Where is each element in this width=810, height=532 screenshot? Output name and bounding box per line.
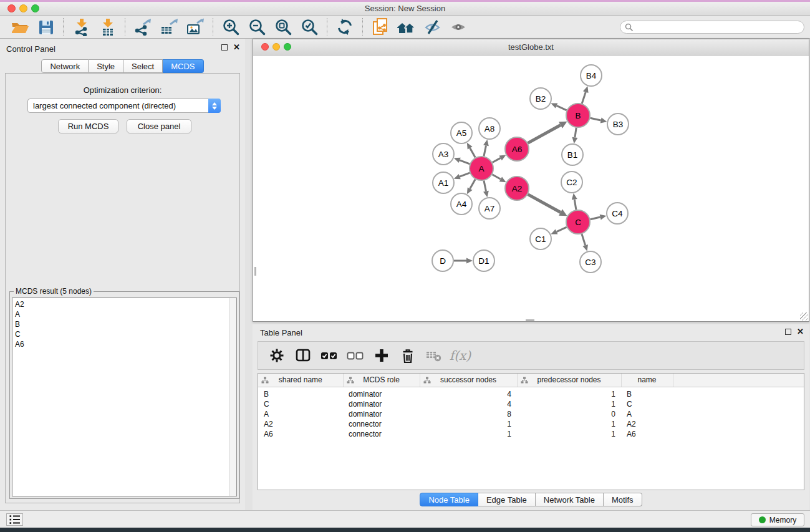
new-network-document-icon[interactable] (367, 17, 393, 37)
import-network-icon[interactable] (68, 17, 94, 37)
graph-edge-A-A3[interactable] (460, 160, 470, 164)
graph-edge-A-A1[interactable] (460, 173, 470, 177)
column-header-predecessor-nodes[interactable]: predecessor nodes (517, 374, 621, 387)
tab-mcds[interactable]: MCDS (163, 59, 203, 73)
graph-edge-C-C4[interactable] (591, 217, 600, 220)
graph-edge-A-A5[interactable] (470, 148, 476, 157)
column-header-successor-nodes[interactable]: successor nodes (420, 374, 517, 387)
graph-node-label: A (478, 164, 484, 173)
task-history-button[interactable] (6, 513, 23, 526)
export-network-icon[interactable] (130, 17, 156, 37)
main-toolbar (0, 16, 810, 39)
graph-edge-A2-C[interactable] (528, 195, 561, 213)
table-row[interactable]: A6connector11A6 (258, 429, 804, 439)
tab-network[interactable]: Network (41, 59, 89, 73)
table-panel: Table Panel ✕ f(x) shared nameMCDS (253, 324, 809, 510)
graph-node-label: A2 (512, 184, 523, 193)
import-table-icon[interactable] (94, 17, 120, 37)
list-icon (9, 514, 21, 525)
graph-edge-B-B2[interactable] (557, 105, 567, 110)
graph-edge-A-A8[interactable] (484, 145, 486, 156)
mcds-result-item[interactable]: B (15, 319, 236, 329)
graph-edge-A-A2[interactable] (492, 175, 500, 180)
toolbar-separator (213, 18, 213, 36)
export-table-icon[interactable] (156, 17, 182, 37)
eye-slash-icon[interactable] (420, 17, 446, 37)
tab-motifs[interactable]: Motifs (604, 493, 642, 506)
minimize-window-button[interactable] (19, 4, 27, 12)
hierarchy-icon (261, 377, 269, 384)
table-row[interactable]: Adominator80A (258, 409, 804, 419)
graph-edge-B-B4[interactable] (582, 92, 586, 104)
mcds-result-item[interactable]: C (15, 329, 236, 339)
settings-gear-icon[interactable] (266, 345, 288, 366)
tab-select[interactable]: Select (123, 59, 163, 73)
network-canvas[interactable]: B4B2BB3A5A8A6B1A3AA1C2A2A4A7C4CC1C3DD1 (253, 56, 809, 321)
table-row[interactable]: Bdominator41B (258, 387, 804, 399)
table-row[interactable]: A2connector11A2 (258, 419, 804, 429)
tab-edge-table[interactable]: Edge Table (478, 493, 536, 506)
tab-network-table[interactable]: Network Table (536, 493, 604, 506)
graph-edge-A-A7[interactable] (484, 181, 486, 191)
function-builder-icon[interactable]: f(x) (449, 345, 471, 366)
graph-edge-C-C3[interactable] (582, 234, 586, 245)
dropdown-stepper-icon (208, 99, 221, 113)
zoom-view-button[interactable] (284, 43, 291, 51)
table-row[interactable]: Cdominator41C (258, 399, 804, 409)
memory-button[interactable]: Memory (751, 513, 804, 526)
search-input[interactable] (636, 22, 804, 32)
add-icon[interactable] (370, 345, 393, 366)
column-header-MCDS-role[interactable]: MCDS role (343, 374, 420, 387)
zoom-in-icon[interactable] (218, 17, 244, 37)
graph-edge-C-C2[interactable] (574, 200, 576, 210)
graph-edge-C-C1[interactable] (557, 227, 567, 231)
zoom-selected-icon[interactable] (296, 17, 322, 37)
eye-icon[interactable] (446, 17, 472, 37)
minimize-view-button[interactable] (272, 43, 280, 51)
close-panel-button[interactable]: Close panel (127, 119, 191, 133)
graph-edge-A-A4[interactable] (470, 179, 476, 188)
select-all-checkboxes-icon[interactable] (318, 345, 340, 366)
refresh-layout-icon[interactable] (332, 17, 358, 37)
close-view-button[interactable] (261, 43, 269, 51)
deselect-all-checkboxes-icon[interactable] (344, 345, 367, 366)
optimization-dropdown[interactable]: largest connected component (directed) (27, 99, 221, 113)
zoom-window-button[interactable] (31, 4, 39, 12)
network-window-title: testGlobe.txt (253, 39, 809, 55)
graph-node-label: A5 (456, 128, 467, 138)
window-resize-grip[interactable] (800, 312, 808, 321)
graph-edge-B-B3[interactable] (591, 118, 601, 120)
close-panel-icon[interactable]: ✕ (233, 44, 240, 51)
close-window-button[interactable] (7, 4, 16, 12)
graph-node-label: B2 (536, 94, 546, 104)
mcds-result-item[interactable]: A2 (15, 299, 236, 309)
columns-icon[interactable] (292, 345, 314, 366)
mcds-result-item[interactable]: A6 (15, 339, 236, 349)
mcds-result-item[interactable]: A (15, 309, 236, 319)
tab-node-table[interactable]: Node Table (420, 493, 478, 506)
column-header-shared-name[interactable]: shared name (258, 374, 343, 387)
tab-style[interactable]: Style (89, 59, 123, 73)
toolbar-separator (63, 18, 64, 36)
control-panel-tabs: NetworkStyleSelectMCDS (0, 59, 245, 73)
float-panel-icon[interactable] (785, 329, 791, 335)
delete-icon[interactable] (397, 345, 419, 366)
float-panel-icon[interactable] (221, 44, 228, 51)
zoom-fit-icon[interactable] (270, 17, 296, 37)
delete-table-icon[interactable] (423, 345, 445, 366)
run-mcds-button[interactable]: Run MCDS (58, 119, 118, 133)
export-image-icon[interactable] (182, 17, 208, 37)
graph-edge-B-B1[interactable] (575, 128, 576, 137)
network-window-titlebar: testGlobe.txt (253, 39, 809, 56)
canvas-scroll-mark (526, 319, 534, 321)
window-title: Session: New Session (0, 2, 810, 15)
close-panel-icon[interactable]: ✕ (797, 329, 804, 335)
home-icon[interactable] (393, 17, 420, 37)
save-icon[interactable] (32, 17, 59, 37)
graph-edge-A6-B[interactable] (528, 125, 561, 143)
zoom-out-icon[interactable] (244, 17, 270, 37)
open-folder-icon[interactable] (6, 17, 32, 37)
graph-edge-A-A6[interactable] (493, 158, 501, 162)
mcds-list-scrollbar[interactable] (229, 298, 236, 496)
column-header-name[interactable]: name (621, 374, 673, 387)
